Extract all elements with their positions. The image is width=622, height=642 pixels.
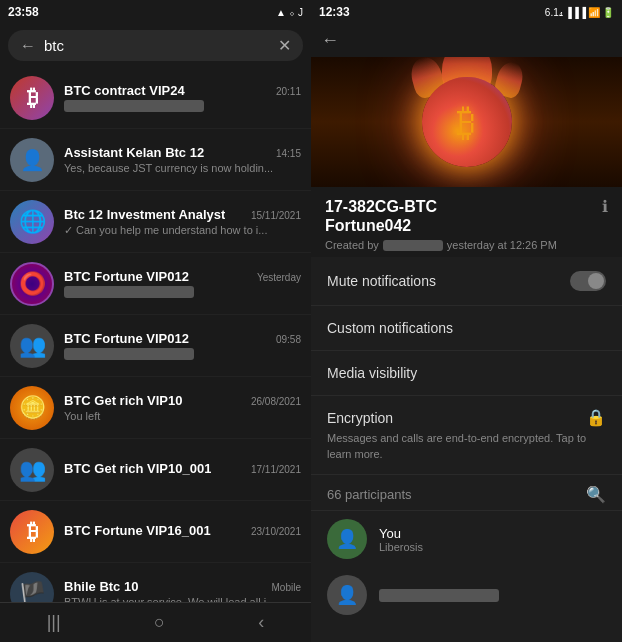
status-icons-left: ▲ ⬦ J (276, 7, 303, 18)
list-item[interactable]: 🏴 Bhile Btc 10 Mobile BTWU is at your se… (0, 563, 311, 602)
group-name-line2: Fortune042 (325, 216, 437, 235)
avatar: ⭕ (10, 262, 54, 306)
group-info: 17-382CG-BTC Fortune042 ℹ Created by yes… (311, 187, 622, 257)
bottom-nav: ||| ○ ‹ (0, 602, 311, 642)
chat-name: Bhile Btc 10 (64, 579, 138, 594)
encryption-section[interactable]: Encryption 🔒 Messages and calls are end-… (311, 396, 622, 475)
custom-notifications-label: Custom notifications (327, 320, 606, 336)
group-created-info: Created by yesterday at 12:26 PM (325, 239, 608, 251)
list-item[interactable]: ₿ BTC Fortune VIP16_001 23/10/2021 (0, 501, 311, 563)
chat-name: BTC contract VIP24 (64, 83, 185, 98)
status-bar-left: 23:58 ▲ ⬦ J (0, 0, 311, 24)
bitcoin-fire-image: ₿ (311, 57, 622, 187)
participants-count: 66 participants (327, 487, 412, 502)
participant-item[interactable]: 👤 (311, 567, 622, 623)
avatar: 🌐 (10, 200, 54, 244)
mute-notifications-item[interactable]: Mute notifications (311, 257, 622, 306)
chat-time: 26/08/2021 (251, 396, 301, 407)
chat-preview (64, 286, 194, 298)
wifi-icon-right: 📶 (588, 7, 600, 18)
signal-icon: ▲ (276, 7, 286, 18)
chat-info: BTC Fortune VIP16_001 23/10/2021 (64, 523, 301, 540)
info-icon[interactable]: ℹ (602, 197, 608, 216)
back-button[interactable]: ← (321, 30, 339, 51)
chat-name: BTC Get rich VIP10 (64, 393, 182, 408)
chat-time: 17/11/2021 (251, 464, 301, 475)
participants-section: 66 participants 🔍 (311, 475, 622, 511)
lock-icon: 🔒 (586, 408, 606, 427)
participant-username: Liberosis (379, 541, 606, 553)
battery-icon-right: 🔋 (602, 7, 614, 18)
chat-preview: ✓ Can you help me understand how to i... (64, 224, 301, 237)
created-by-label: Created by (325, 239, 379, 251)
encryption-title: Encryption (327, 410, 393, 426)
list-item[interactable]: 👥 BTC Fortune VIP012 09:58 (0, 315, 311, 377)
chat-info: BTC contract VIP24 20:11 (64, 83, 301, 112)
chat-preview (64, 348, 194, 360)
custom-notifications-item[interactable]: Custom notifications (311, 306, 622, 351)
search-clear-button[interactable]: ✕ (278, 36, 291, 55)
search-participants-icon[interactable]: 🔍 (586, 485, 606, 504)
mute-toggle[interactable] (570, 271, 606, 291)
chat-preview (64, 100, 204, 112)
search-query[interactable]: btc (44, 37, 270, 54)
chat-name: BTC Fortune VIP012 (64, 331, 189, 346)
time-left: 23:58 (8, 5, 39, 19)
chat-time: 20:11 (276, 86, 301, 97)
media-visibility-item[interactable]: Media visibility (311, 351, 622, 396)
wifi-icon: ⬦ (289, 7, 295, 18)
participant-name: You (379, 526, 606, 541)
nav-home-icon[interactable]: ○ (154, 612, 165, 633)
status-icons-right: 6.1₄ ▐▐▐ 📶 🔋 (545, 7, 614, 18)
right-panel: 12:33 6.1₄ ▐▐▐ 📶 🔋 ← ₿ (311, 0, 622, 642)
nav-menu-icon[interactable]: ||| (47, 612, 61, 633)
list-item[interactable]: ₿ BTC contract VIP24 20:11 (0, 67, 311, 129)
avatar: ₿ (10, 76, 54, 120)
chat-info: Btc 12 Investment Analyst 15/11/2021 ✓ C… (64, 207, 301, 237)
search-back-button[interactable]: ← (20, 37, 36, 55)
creator-name-blurred (383, 240, 443, 251)
chat-info: Bhile Btc 10 Mobile BTWU is at your serv… (64, 579, 301, 602)
battery-icon: J (298, 7, 303, 18)
chat-name: BTC Get rich VIP10_001 (64, 461, 211, 476)
participant-avatar: 👤 (327, 575, 367, 615)
time-right: 12:33 (319, 5, 350, 19)
encryption-header: Encryption 🔒 (327, 408, 606, 427)
chat-info: BTC Get rich VIP10_001 17/11/2021 (64, 461, 301, 478)
signal-bars-icon: ▐▐▐ (565, 7, 586, 18)
participant-info (379, 589, 606, 602)
left-panel: 23:58 ▲ ⬦ J ← btc ✕ ₿ BTC contract VIP24… (0, 0, 311, 642)
mute-notifications-label: Mute notifications (327, 273, 570, 289)
chat-name: Assistant Kelan Btc 12 (64, 145, 204, 160)
list-item[interactable]: 🌐 Btc 12 Investment Analyst 15/11/2021 ✓… (0, 191, 311, 253)
search-bar[interactable]: ← btc ✕ (8, 30, 303, 61)
nav-back-icon[interactable]: ‹ (258, 612, 264, 633)
chat-preview: Yes, because JST currency is now holdin.… (64, 162, 301, 174)
group-banner: ₿ (311, 57, 622, 187)
list-item[interactable]: 🪙 BTC Get rich VIP10 26/08/2021 You left (0, 377, 311, 439)
chat-list: ₿ BTC contract VIP24 20:11 👤 Assistant K… (0, 67, 311, 602)
avatar: 🏴 (10, 572, 54, 603)
group-header: ← (311, 24, 622, 57)
created-when: yesterday at 12:26 PM (447, 239, 557, 251)
list-item[interactable]: 👥 BTC Get rich VIP10_001 17/11/2021 (0, 439, 311, 501)
avatar: 👥 (10, 448, 54, 492)
chat-info: BTC Fortune VIP012 Yesterday (64, 269, 301, 298)
settings-list: Mute notifications Custom notifications … (311, 257, 622, 642)
chat-info: BTC Fortune VIP012 09:58 (64, 331, 301, 360)
list-item[interactable]: 👤 Assistant Kelan Btc 12 14:15 Yes, beca… (0, 129, 311, 191)
group-name-line1: 17-382CG-BTC (325, 197, 437, 216)
chat-time: Mobile (272, 582, 301, 593)
participant-name-blurred (379, 589, 499, 602)
chat-info: Assistant Kelan Btc 12 14:15 Yes, becaus… (64, 145, 301, 174)
chat-time: 14:15 (276, 148, 301, 159)
chat-info: BTC Get rich VIP10 26/08/2021 You left (64, 393, 301, 422)
participant-avatar: 👤 (327, 519, 367, 559)
participant-info: You Liberosis (379, 526, 606, 553)
chat-name: Btc 12 Investment Analyst (64, 207, 225, 222)
participant-item[interactable]: 👤 You Liberosis (311, 511, 622, 567)
chat-name: BTC Fortune VIP012 (64, 269, 189, 284)
toggle-knob (588, 273, 604, 289)
status-bar-right: 12:33 6.1₄ ▐▐▐ 📶 🔋 (311, 0, 622, 24)
list-item[interactable]: ⭕ BTC Fortune VIP012 Yesterday (0, 253, 311, 315)
